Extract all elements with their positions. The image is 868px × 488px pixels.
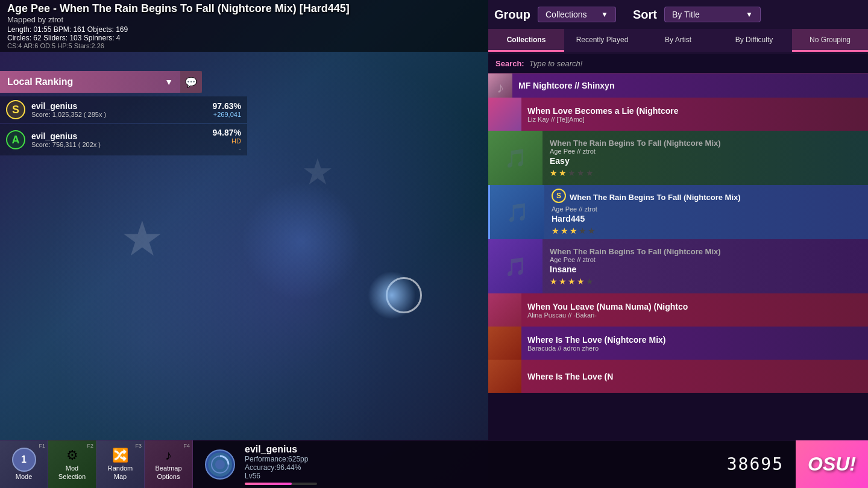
song-name-where-love: Where Is The Love (Nightcore Mix) bbox=[527, 335, 862, 345]
sort-dropdown[interactable]: By Title ▼ bbox=[664, 7, 761, 22]
ranking-dropdown[interactable]: Local Ranking ▼ bbox=[0, 77, 180, 87]
song-card-numa[interactable]: When You Leave (Numa Numa) (Nightco Alin… bbox=[488, 293, 868, 327]
sort-group-top: Group Collections ▼ Sort By Title ▼ bbox=[488, 0, 868, 29]
cs-value: CS:4 bbox=[7, 42, 22, 49]
tabs-bar: Collections Recently Played By Artist By… bbox=[488, 29, 868, 52]
star-5-easy: ★ bbox=[586, 168, 594, 178]
sort-group-bar: Group Collections ▼ Sort By Title ▼ Coll… bbox=[488, 0, 868, 54]
od-value: OD:5 bbox=[40, 42, 55, 49]
diff-thumb-hard: 🎵 bbox=[490, 185, 544, 239]
mode-label: Mode bbox=[16, 473, 33, 481]
song-artist-numa: Alina Puscau // -Bakari- bbox=[527, 311, 862, 319]
random-f-label: F3 bbox=[135, 443, 142, 449]
tab-no-grouping[interactable]: No Grouping bbox=[792, 29, 868, 52]
mode-f-label: F1 bbox=[39, 443, 45, 449]
diff-card-insane[interactable]: 🎵 When The Rain Begins To Fall (Nightcor… bbox=[488, 239, 868, 293]
star-3-insane: ★ bbox=[568, 277, 576, 286]
score-right-2: 94.87% HD - bbox=[213, 128, 241, 152]
mod-label: ModSelection bbox=[58, 465, 86, 480]
ranking-bar: Local Ranking ▼ 💬 bbox=[0, 71, 202, 93]
diff-thumb-easy: 🎵 bbox=[488, 131, 542, 185]
mod-selection-button[interactable]: F2 ⚙ ModSelection bbox=[48, 440, 96, 489]
score-combo-val-2: 202x bbox=[82, 141, 96, 148]
score-acc-2: - bbox=[213, 145, 241, 152]
beatmap-label: BeatmapOptions bbox=[155, 465, 181, 480]
song-thumb-where-love bbox=[488, 327, 521, 360]
stars-value: Stars:2.26 bbox=[74, 42, 104, 49]
score-value-2: 756,311 bbox=[52, 141, 77, 148]
svg-point-1 bbox=[215, 460, 225, 469]
beatmap-icon: ♪ bbox=[165, 448, 172, 463]
avatar-image bbox=[208, 452, 232, 477]
bpm-value: 161 bbox=[73, 25, 85, 34]
chat-button[interactable]: 💬 bbox=[180, 71, 202, 93]
player-progress-bar bbox=[245, 483, 317, 485]
star-decoration-2: ★ bbox=[301, 151, 334, 193]
score-value-1: 1,025,352 bbox=[52, 111, 82, 118]
song-name-where-love-2: Where Is The Love (N bbox=[527, 372, 862, 381]
osu-logo[interactable]: OSU! bbox=[796, 440, 868, 489]
star-1-insane: ★ bbox=[550, 277, 558, 286]
diff-card-easy[interactable]: 🎵 When The Rain Begins To Fall (Nightcor… bbox=[488, 131, 868, 185]
diff-name-easy: Easy bbox=[550, 156, 861, 166]
song-info-mf: MF Nightcore // Shinxyn bbox=[512, 81, 868, 90]
osu-logo-text: OSU bbox=[808, 453, 849, 475]
star-1-hard: ★ bbox=[552, 226, 559, 236]
diff-title-insane: When The Rain Begins To Fall (Nightcore … bbox=[550, 247, 861, 256]
glow-orb bbox=[368, 271, 416, 319]
diff-card-hard[interactable]: 🎵 S When The Rain Begins To Fall (Nightc… bbox=[488, 185, 868, 239]
scores-area: S evil_genius Score: 1,025,352 ( 285x ) … bbox=[0, 96, 247, 157]
score-detail-1: Score: 1,025,352 ( 285x ) bbox=[31, 111, 213, 118]
star-4-easy: ★ bbox=[577, 168, 585, 178]
tab-by-artist[interactable]: By Artist bbox=[640, 29, 716, 52]
song-info-where-love-2: Where Is The Love (N bbox=[521, 372, 868, 381]
star-2-easy: ★ bbox=[559, 168, 567, 178]
ranking-chevron-icon: ▼ bbox=[165, 77, 173, 87]
score-combo-1: ( bbox=[84, 111, 86, 118]
random-map-button[interactable]: F3 🔀 RandomMap bbox=[96, 440, 145, 489]
score-entry-2[interactable]: A evil_genius Score: 756,311 ( 202x ) 94… bbox=[0, 124, 247, 155]
sliders-sep: Sliders: bbox=[43, 34, 69, 42]
score-display: 38695 bbox=[727, 454, 784, 474]
score-label-1: Score: bbox=[31, 111, 52, 118]
score-label-2: Score: bbox=[31, 141, 52, 148]
beatmap-options-button[interactable]: F4 ♪ BeatmapOptions bbox=[145, 440, 193, 489]
tab-recently-played[interactable]: Recently Played bbox=[564, 29, 640, 52]
diff-info-easy: When The Rain Begins To Fall (Nightcore … bbox=[542, 139, 868, 178]
song-card-where-love-2[interactable]: Where Is The Love (N bbox=[488, 360, 868, 393]
mod-f-label: F2 bbox=[87, 443, 93, 449]
mode-number: 1 bbox=[21, 454, 27, 465]
player-details: evil_genius Performance:625pp Accuracy:9… bbox=[245, 444, 703, 485]
group-label: Group bbox=[494, 8, 530, 22]
search-placeholder: Type to search! bbox=[529, 59, 583, 68]
group-dropdown[interactable]: Collections ▼ bbox=[538, 7, 616, 22]
score-entry-1[interactable]: S evil_genius Score: 1,025,352 ( 285x ) … bbox=[0, 96, 247, 123]
sort-dropdown-arrow-icon: ▼ bbox=[746, 10, 753, 19]
song-card-when-love[interactable]: When Love Becomes a Lie (Nightcore Liz K… bbox=[488, 98, 868, 131]
tab-collections[interactable]: Collections bbox=[488, 29, 564, 52]
score-rank-a: A bbox=[6, 130, 25, 149]
random-label: RandomMap bbox=[108, 465, 133, 480]
group-value: Collections bbox=[546, 10, 587, 19]
tab-by-difficulty[interactable]: By Difficulty bbox=[716, 29, 792, 52]
objects-sep: Objects: bbox=[87, 25, 116, 34]
score-info-2: evil_genius Score: 756,311 ( 202x ) bbox=[31, 131, 213, 148]
song-thumb-mf bbox=[488, 74, 512, 98]
score-right-1: 97.63% +269,041 bbox=[213, 101, 241, 118]
mapped-by: Mapped by ztrot bbox=[7, 15, 481, 24]
star-3-easy: ★ bbox=[568, 168, 576, 178]
ranking-label: Local Ranking bbox=[7, 77, 73, 87]
avatar-spinner-icon bbox=[209, 454, 231, 475]
objects-value: 169 bbox=[116, 25, 128, 34]
mode-button[interactable]: F1 1 Mode bbox=[0, 440, 48, 489]
search-label: Search: bbox=[495, 59, 524, 68]
score-rank-s: S bbox=[6, 100, 25, 119]
song-card-where-love[interactable]: Where Is The Love (Nightcore Mix) Baracu… bbox=[488, 327, 868, 360]
song-card-mf-nightcore[interactable]: MF Nightcore // Shinxyn bbox=[488, 74, 868, 98]
star-2-hard: ★ bbox=[561, 226, 568, 236]
player-progress-fill bbox=[245, 483, 292, 485]
song-list: MF Nightcore // Shinxyn When Love Become… bbox=[488, 74, 868, 440]
diff-artist-hard: Age Pee // ztrot bbox=[552, 205, 861, 213]
mod-icon: ⚙ bbox=[66, 448, 78, 463]
tab-collections-label: Collections bbox=[507, 36, 546, 44]
